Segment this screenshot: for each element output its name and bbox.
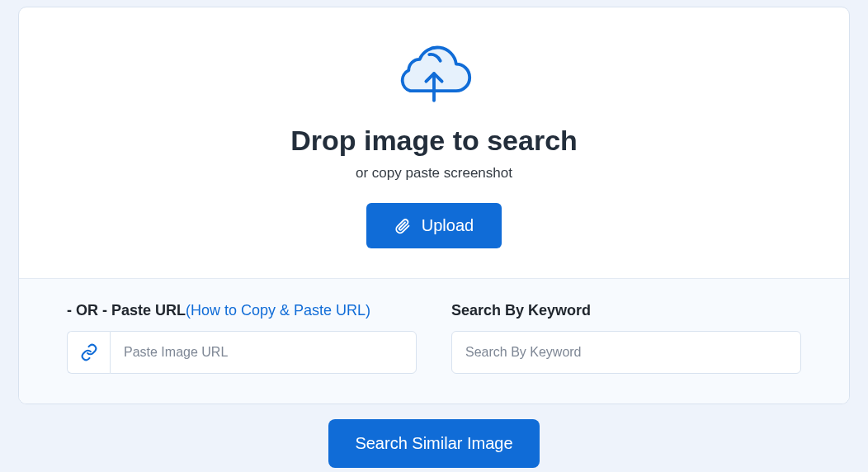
keyword-label: Search By Keyword <box>451 302 801 319</box>
drop-zone[interactable]: Drop image to search or copy paste scree… <box>19 7 849 278</box>
search-similar-image-button[interactable]: Search Similar Image <box>328 419 539 468</box>
keyword-column: Search By Keyword <box>451 302 801 374</box>
drop-title: Drop image to search <box>290 125 578 157</box>
paste-url-input[interactable] <box>110 331 417 374</box>
upload-button[interactable]: Upload <box>366 203 502 248</box>
drop-subtitle: or copy paste screenshot <box>356 165 512 182</box>
upload-card: Drop image to search or copy paste scree… <box>18 7 850 404</box>
url-input-group <box>67 331 417 374</box>
keyword-input[interactable] <box>451 331 801 374</box>
paste-url-label: - OR - Paste URL(How to Copy & Paste URL… <box>67 302 417 319</box>
upload-button-label: Upload <box>422 216 474 235</box>
paste-url-column: - OR - Paste URL(How to Copy & Paste URL… <box>67 302 417 374</box>
cloud-upload-icon <box>394 42 474 108</box>
keyword-input-group <box>451 331 801 374</box>
paste-url-prefix: - OR - Paste URL <box>67 302 186 319</box>
lower-section: - OR - Paste URL(How to Copy & Paste URL… <box>19 278 849 404</box>
paperclip-icon <box>394 218 411 234</box>
link-icon <box>80 343 98 361</box>
how-to-copy-link[interactable]: (How to Copy & Paste URL) <box>186 302 370 319</box>
url-input-addon <box>67 331 110 374</box>
